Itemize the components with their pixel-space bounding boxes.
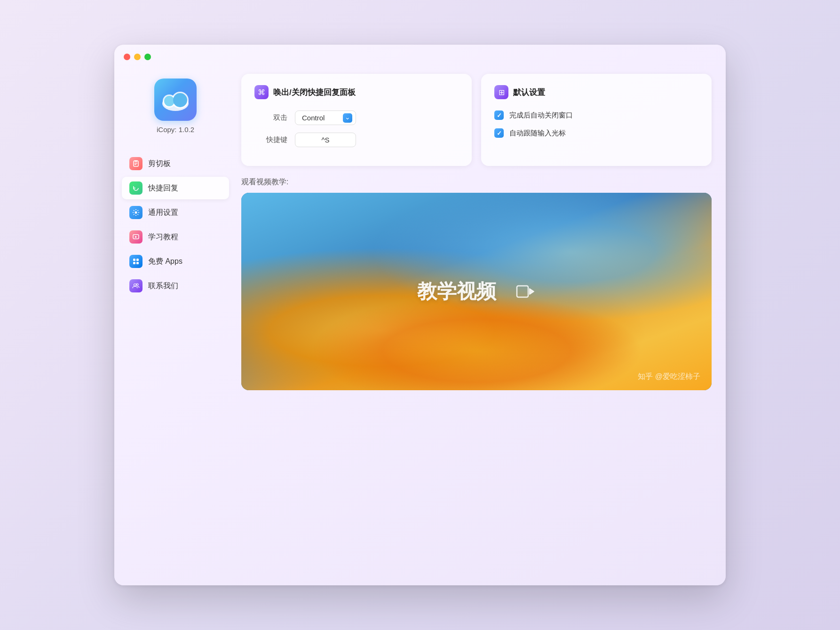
svg-rect-18 <box>517 286 528 297</box>
svg-rect-12 <box>133 259 135 261</box>
svg-point-16 <box>134 284 136 286</box>
checkbox-1[interactable] <box>494 110 504 120</box>
sidebar: iCopy: 1.0.2 剪切板 快捷回复 <box>114 69 237 576</box>
titlebar <box>114 45 726 69</box>
double-click-row: 双击 Control Option Command Shift <box>254 110 459 125</box>
play-button-svg <box>516 282 535 301</box>
svg-point-9 <box>135 212 137 214</box>
general-settings-label: 通用设置 <box>148 208 178 218</box>
svg-point-4 <box>173 93 187 107</box>
svg-marker-11 <box>135 236 137 238</box>
sidebar-item-free-apps[interactable]: 免费 Apps <box>122 250 229 273</box>
watermark: 知乎 @爱吃涩柿子 <box>638 372 700 382</box>
tutorial-label: 学习教程 <box>148 232 178 242</box>
double-click-label: 双击 <box>254 113 287 122</box>
nav-items: 剪切板 快捷回复 通用设置 <box>114 152 237 297</box>
defaults-card-title: 默认设置 <box>513 87 545 98</box>
maximize-button[interactable] <box>144 54 151 60</box>
video-center-content: 教学视频 <box>417 278 536 305</box>
close-button[interactable] <box>124 54 130 60</box>
defaults-card-header: ⊞ 默认设置 <box>494 85 698 99</box>
shortcut-row: 快捷键 ^S <box>254 133 459 147</box>
top-cards: ⌘ 唤出/关闭快捷回复面板 双击 Control Option Command … <box>241 74 712 166</box>
traffic-lights <box>124 54 151 60</box>
shortcut-input[interactable]: ^S <box>295 133 356 147</box>
free-apps-icon <box>129 255 143 268</box>
video-section-label: 观看视频教学: <box>241 177 712 187</box>
video-container[interactable]: 教学视频 知乎 @爱吃涩柿子 <box>241 193 712 390</box>
defaults-card: ⊞ 默认设置 完成后自动关闭窗口 自动跟随输入光标 <box>481 74 712 166</box>
checkbox-row-1: 完成后自动关闭窗口 <box>494 110 698 120</box>
main-content: iCopy: 1.0.2 剪切板 快捷回复 <box>114 69 726 585</box>
svg-rect-14 <box>133 262 135 264</box>
defaults-card-icon: ⊞ <box>494 85 508 99</box>
checkbox-2-label: 自动跟随输入光标 <box>509 129 566 138</box>
svg-rect-15 <box>136 262 139 264</box>
clipboard-label: 剪切板 <box>148 159 171 169</box>
sidebar-item-clipboard[interactable]: 剪切板 <box>122 152 229 175</box>
checkbox-1-label: 完成后自动关闭窗口 <box>509 111 573 120</box>
svg-point-3 <box>164 96 174 106</box>
app-version: iCopy: 1.0.2 <box>157 126 194 134</box>
contact-label: 联系我们 <box>148 281 178 291</box>
app-icon-wrapper: iCopy: 1.0.2 <box>154 79 197 134</box>
sidebar-item-tutorial[interactable]: 学习教程 <box>122 226 229 248</box>
hotkey-card-header: ⌘ 唤出/关闭快捷回复面板 <box>254 85 459 99</box>
shortcut-label: 快捷键 <box>254 135 287 144</box>
clipboard-icon <box>129 157 143 170</box>
quick-recover-label: 快捷回复 <box>148 183 178 193</box>
sidebar-item-quick-recover[interactable]: 快捷回复 <box>122 177 229 199</box>
svg-rect-6 <box>135 160 137 162</box>
app-icon-svg <box>159 87 192 113</box>
hotkey-card-icon: ⌘ <box>254 85 269 99</box>
quick-recover-icon <box>129 181 143 195</box>
contact-icon <box>129 279 143 292</box>
play-icon[interactable] <box>515 281 536 302</box>
sidebar-item-contact[interactable]: 联系我们 <box>122 275 229 297</box>
minimize-button[interactable] <box>134 54 141 60</box>
double-click-dropdown-wrapper[interactable]: Control Option Command Shift <box>295 110 356 125</box>
svg-point-17 <box>136 284 138 285</box>
settings-icon <box>129 206 143 219</box>
checkbox-2[interactable] <box>494 128 504 138</box>
sidebar-item-general-settings[interactable]: 通用设置 <box>122 201 229 224</box>
double-click-select[interactable]: Control Option Command Shift <box>295 110 356 125</box>
video-section: 观看视频教学: 教学视频 <box>241 177 712 390</box>
app-icon <box>154 79 197 121</box>
svg-rect-13 <box>136 259 139 261</box>
hotkey-card-title: 唤出/关闭快捷回复面板 <box>273 87 356 98</box>
free-apps-label: 免费 Apps <box>148 257 182 267</box>
content-area: ⌘ 唤出/关闭快捷回复面板 双击 Control Option Command … <box>237 69 726 576</box>
hotkey-card: ⌘ 唤出/关闭快捷回复面板 双击 Control Option Command … <box>241 74 472 166</box>
app-window: iCopy: 1.0.2 剪切板 快捷回复 <box>114 45 726 585</box>
video-title: 教学视频 <box>417 278 496 305</box>
checkbox-row-2: 自动跟随输入光标 <box>494 128 698 138</box>
tutorial-icon <box>129 230 143 244</box>
